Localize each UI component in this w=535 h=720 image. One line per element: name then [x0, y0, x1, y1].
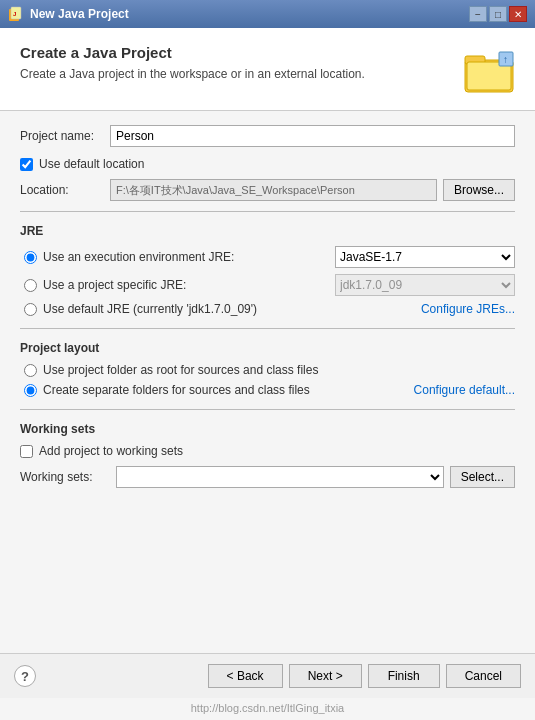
working-sets-select[interactable] [116, 466, 444, 488]
cancel-button[interactable]: Cancel [446, 664, 521, 688]
working-sets-label: Working sets: [20, 470, 110, 484]
configure-default-link[interactable]: Configure default... [414, 383, 515, 397]
help-button[interactable]: ? [14, 665, 36, 687]
title-bar: J New Java Project − □ ✕ [0, 0, 535, 28]
navigation-buttons: < Back Next > Finish Cancel [208, 664, 521, 688]
jre-env-radio[interactable] [24, 251, 37, 264]
jre-radio-group: Use an execution environment JRE: JavaSE… [20, 246, 515, 316]
select-button[interactable]: Select... [450, 466, 515, 488]
jre-env-select[interactable]: JavaSE-1.7 JavaSE-1.8 JavaSE-11 [335, 246, 515, 268]
project-name-row: Project name: [20, 125, 515, 147]
location-row: Location: Browse... [20, 179, 515, 201]
help-area: ? [14, 665, 36, 687]
project-name-input[interactable] [110, 125, 515, 147]
finish-button[interactable]: Finish [368, 664, 440, 688]
window-title: New Java Project [30, 7, 463, 21]
jre-default-label[interactable]: Use default JRE (currently 'jdk1.7.0_09'… [43, 302, 257, 316]
add-working-sets-label[interactable]: Add project to working sets [39, 444, 183, 458]
working-sets-title: Working sets [20, 422, 515, 436]
bottom-bar: ? < Back Next > Finish Cancel [0, 653, 535, 698]
jre-specific-label[interactable]: Use a project specific JRE: [43, 278, 329, 292]
main-content: Create a Java Project Create a Java proj… [0, 28, 535, 720]
jre-option1-row: Use an execution environment JRE: JavaSE… [24, 246, 515, 268]
header-text: Create a Java Project Create a Java proj… [20, 44, 365, 81]
watermark: http://blog.csdn.net/ItlGing_itxia [0, 698, 535, 720]
java-project-icon: J [8, 6, 24, 22]
jre-env-label[interactable]: Use an execution environment JRE: [43, 250, 329, 264]
location-label: Location: [20, 183, 110, 197]
form-area: Project name: Use default location Locat… [0, 111, 535, 653]
project-name-label: Project name: [20, 129, 110, 143]
default-location-row: Use default location [20, 157, 515, 171]
layout-option2-row: Create separate folders for sources and … [24, 383, 515, 397]
dialog-description: Create a Java project in the workspace o… [20, 67, 365, 81]
minimize-button[interactable]: − [469, 6, 487, 22]
layout-radio-group: Use project folder as root for sources a… [20, 363, 515, 397]
working-sets-divider [20, 409, 515, 410]
layout-project-label[interactable]: Use project folder as root for sources a… [43, 363, 515, 377]
dialog-title: Create a Java Project [20, 44, 365, 61]
folder-icon: ↑ [463, 44, 515, 96]
layout-separate-label[interactable]: Create separate folders for sources and … [43, 383, 310, 397]
next-button[interactable]: Next > [289, 664, 362, 688]
jre-option2-row: Use a project specific JRE: jdk1.7.0_09 [24, 274, 515, 296]
location-input [110, 179, 437, 201]
jre-divider [20, 211, 515, 212]
jre-section-title: JRE [20, 224, 515, 238]
browse-button[interactable]: Browse... [443, 179, 515, 201]
configure-jres-link[interactable]: Configure JREs... [421, 302, 515, 316]
jre-specific-select: jdk1.7.0_09 [335, 274, 515, 296]
use-default-location-label[interactable]: Use default location [39, 157, 144, 171]
layout-option1-row: Use project folder as root for sources a… [24, 363, 515, 377]
add-working-sets-checkbox[interactable] [20, 445, 33, 458]
jre-specific-radio[interactable] [24, 279, 37, 292]
layout-project-radio[interactable] [24, 364, 37, 377]
window-controls: − □ ✕ [469, 6, 527, 22]
project-layout-title: Project layout [20, 341, 515, 355]
add-working-sets-row: Add project to working sets [20, 444, 515, 458]
dialog-header: Create a Java Project Create a Java proj… [0, 28, 535, 111]
jre-option3-row: Use default JRE (currently 'jdk1.7.0_09'… [24, 302, 515, 316]
maximize-button[interactable]: □ [489, 6, 507, 22]
use-default-location-checkbox[interactable] [20, 158, 33, 171]
layout-separate-radio[interactable] [24, 384, 37, 397]
working-sets-row: Working sets: Select... [20, 466, 515, 488]
close-button[interactable]: ✕ [509, 6, 527, 22]
back-button[interactable]: < Back [208, 664, 283, 688]
svg-text:↑: ↑ [503, 54, 508, 65]
jre-default-radio[interactable] [24, 303, 37, 316]
layout-divider [20, 328, 515, 329]
svg-text:J: J [13, 11, 16, 17]
